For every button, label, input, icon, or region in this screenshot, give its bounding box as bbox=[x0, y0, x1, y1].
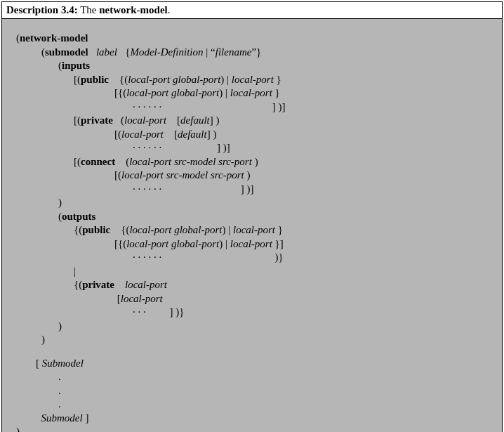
line-inputs-close: ) bbox=[16, 196, 496, 210]
line-input-private: [(private (local-port [default] ) bbox=[16, 114, 496, 128]
line-output-private-dots: · · · ] )} bbox=[16, 306, 496, 320]
line-outputs-close: ) bbox=[16, 320, 496, 334]
pipe-3: | bbox=[225, 87, 227, 98]
it-lp-1: local-port bbox=[128, 74, 170, 85]
it-model-def: Model-Definition bbox=[130, 46, 203, 58]
kw-inputs: inputs bbox=[62, 60, 90, 71]
it-lp-14: local-port bbox=[121, 293, 163, 304]
line-output-pipe: | bbox=[16, 265, 496, 279]
line-input-connect-2: [(local-port src-model src-port ) bbox=[16, 169, 496, 183]
line-input-public-dots: · · · · · · ] )] bbox=[16, 100, 496, 114]
it-def-2: default bbox=[178, 129, 207, 140]
vd1: . bbox=[58, 370, 496, 384]
line-inputs: (inputs bbox=[16, 59, 496, 73]
kw-public-1: public bbox=[81, 74, 109, 85]
it-lp-9: local-port bbox=[129, 224, 171, 235]
pipe-6: | bbox=[74, 266, 76, 277]
it-sp-1: src-port bbox=[218, 156, 252, 167]
header-text-2: . bbox=[168, 4, 171, 15]
line-submodel-close: ) bbox=[16, 333, 496, 347]
it-gp-3: global-port bbox=[174, 224, 222, 235]
it-sub-2: Submodel bbox=[41, 412, 83, 424]
line-output-private: {(private local-port bbox=[16, 278, 496, 292]
pipe-5: | bbox=[225, 238, 227, 249]
dots-5: · · · bbox=[133, 306, 146, 318]
line-output-public: {(public {(local-port global-port) | loc… bbox=[16, 223, 496, 237]
pipe-1: | bbox=[206, 46, 208, 58]
line-outputs: (outputs bbox=[16, 210, 496, 224]
it-gp-4: global-port bbox=[171, 238, 219, 249]
it-filename: filename bbox=[215, 46, 252, 58]
it-lp-11: local-port bbox=[126, 238, 168, 249]
qr-1: ” bbox=[251, 46, 256, 58]
ql-1: “ bbox=[211, 46, 215, 58]
line-output-public-dots: · · · · · · )} bbox=[16, 251, 496, 265]
kw-private-2: private bbox=[82, 279, 114, 290]
line-output-public-2: [{(local-port global-port) | local-port … bbox=[16, 237, 496, 251]
pipe-4: | bbox=[228, 224, 230, 235]
it-lp-5: local-port bbox=[124, 114, 166, 126]
it-lp-4: local-port bbox=[230, 87, 272, 98]
it-sp-2: src-port bbox=[211, 169, 244, 181]
line-output-private-2: [local-port bbox=[16, 292, 496, 306]
dots-4: · · · · · · bbox=[133, 251, 161, 263]
line-network-model: (network-model bbox=[16, 32, 496, 46]
line-input-private-2: [(local-port [default] ) bbox=[16, 128, 496, 142]
spacer bbox=[16, 347, 496, 357]
kw-outputs: outputs bbox=[62, 211, 95, 222]
it-label: label bbox=[96, 46, 117, 58]
line-input-connect-dots: · · · · · · ] )] bbox=[16, 183, 496, 197]
dots-3: · · · · · · bbox=[133, 183, 161, 195]
kw-submodel: submodel bbox=[45, 46, 88, 58]
kw-private-1: private bbox=[81, 114, 113, 126]
it-sm-2: src-model bbox=[166, 169, 208, 181]
vdots: . . . bbox=[16, 370, 496, 412]
line-submodel: (submodel label {Model-Definition | “fil… bbox=[16, 46, 496, 60]
vd2: . bbox=[58, 384, 496, 398]
kw-network-model: network-model bbox=[20, 32, 88, 44]
line-input-private-dots: · · · · · · ] )] bbox=[16, 141, 496, 155]
it-lp-13: local-port bbox=[125, 279, 167, 290]
line-input-public: [(public {(local-port global-port) | loc… bbox=[16, 73, 496, 87]
line-network-close: ) bbox=[16, 425, 496, 432]
it-sm-1: src-model bbox=[174, 156, 215, 167]
it-lp-12: local-port bbox=[230, 238, 272, 249]
it-gp-1: global-port bbox=[173, 74, 220, 85]
it-gp-2: global-port bbox=[171, 87, 219, 98]
it-sub-1: Submodel bbox=[42, 358, 84, 369]
description-box: Description 3.4: The network-model. (net… bbox=[1, 1, 503, 432]
line-input-connect: [(connect (local-port src-model src-port… bbox=[16, 155, 496, 169]
it-def-1: default bbox=[180, 114, 210, 126]
line-input-public-2: [{(local-port global-port) | local-port … bbox=[16, 86, 496, 100]
header-topic: network-model bbox=[99, 4, 168, 15]
it-lp-10: local-port bbox=[233, 224, 275, 235]
header-text-1: The bbox=[78, 4, 100, 15]
pipe-2: | bbox=[227, 74, 229, 85]
dots-2: · · · · · · bbox=[133, 142, 161, 153]
it-lp-3: local-port bbox=[126, 87, 168, 98]
description-label: Description 3.4: bbox=[6, 4, 78, 15]
line-submodel-list-open: [ Submodel bbox=[16, 357, 496, 371]
kw-connect: connect bbox=[81, 156, 115, 167]
kw-public-2: public bbox=[82, 224, 110, 235]
it-lp-7: local-port bbox=[129, 156, 171, 167]
it-lp-2: local-port bbox=[232, 74, 274, 85]
it-lp-8: local-port bbox=[121, 169, 164, 181]
it-lp-6: local-port bbox=[121, 129, 164, 140]
dots-1: · · · · · · bbox=[133, 101, 161, 112]
vd3: . bbox=[58, 398, 496, 412]
description-header: Description 3.4: The network-model. bbox=[2, 2, 502, 19]
line-submodel-list-close: Submodel ] bbox=[16, 412, 496, 426]
syntax-body: (network-model (submodel label {Model-De… bbox=[2, 19, 502, 432]
